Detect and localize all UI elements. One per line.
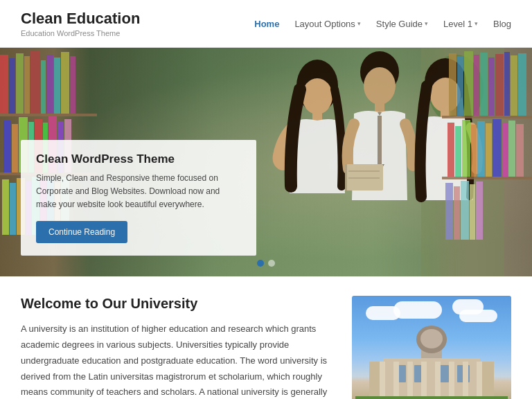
svg-rect-87 (435, 362, 441, 399)
svg-rect-53 (495, 54, 504, 116)
svg-rect-2 (16, 53, 24, 114)
logo-area: Clean Education Education WordPress Them… (21, 10, 140, 37)
svg-rect-73 (476, 181, 483, 240)
svg-rect-57 (442, 116, 532, 118)
svg-rect-64 (493, 119, 502, 177)
svg-rect-55 (511, 55, 517, 116)
svg-rect-21 (2, 179, 9, 235)
svg-rect-88 (449, 362, 454, 399)
nav-style-guide[interactable]: Style Guide ▾ (376, 19, 428, 29)
svg-rect-83 (380, 362, 385, 399)
svg-rect-0 (0, 55, 8, 114)
svg-rect-1 (9, 58, 15, 114)
svg-point-76 (420, 329, 443, 348)
svg-rect-7 (54, 57, 60, 114)
slider-dot-1[interactable] (257, 260, 264, 267)
svg-point-34 (302, 78, 332, 114)
svg-rect-49 (464, 51, 473, 116)
svg-rect-50 (474, 55, 479, 116)
svg-rect-3 (24, 56, 30, 114)
svg-rect-63 (486, 123, 492, 177)
cloud-4 (452, 299, 484, 314)
university-image (352, 296, 511, 399)
site-title: Clean Education (21, 10, 140, 28)
svg-rect-60 (462, 120, 470, 177)
svg-rect-54 (504, 52, 510, 116)
nav-layout-options[interactable]: Layout Options ▾ (294, 19, 360, 29)
main-content: Welcome to Our University A university i… (0, 276, 532, 399)
hero-content-box: Clean WordPress Theme Simple, Clean and … (21, 140, 256, 256)
slider-dot-2[interactable] (268, 260, 275, 267)
slider-dots (257, 260, 275, 267)
svg-rect-71 (461, 181, 469, 240)
continue-reading-button[interactable]: Continue Reading (36, 221, 127, 243)
svg-rect-6 (46, 55, 53, 114)
svg-rect-8 (61, 52, 69, 114)
svg-rect-56 (518, 53, 526, 116)
svg-rect-65 (502, 123, 508, 177)
svg-rect-40 (345, 164, 383, 190)
svg-point-37 (364, 67, 396, 105)
svg-rect-9 (70, 56, 76, 114)
svg-rect-89 (463, 362, 468, 399)
nav-level1[interactable]: Level 1 ▾ (443, 19, 478, 29)
svg-rect-72 (470, 184, 475, 240)
svg-rect-10 (0, 114, 97, 116)
svg-rect-52 (488, 57, 495, 116)
nav-home[interactable]: Home (254, 19, 279, 29)
svg-rect-66 (508, 121, 515, 177)
hero-description: Simple, Clean and Responsive theme focus… (36, 172, 241, 212)
nav-blog[interactable]: Blog (493, 19, 511, 29)
building-svg (355, 320, 508, 399)
svg-rect-12 (12, 124, 18, 172)
svg-rect-70 (454, 186, 460, 240)
svg-rect-84 (393, 362, 399, 399)
content-left: Welcome to Our University A university i… (21, 296, 331, 399)
svg-rect-85 (407, 362, 413, 399)
main-nav: Home Layout Options ▾ Style Guide ▾ Leve… (254, 19, 511, 29)
books-right-svg (442, 48, 532, 276)
svg-rect-67 (516, 124, 524, 177)
svg-rect-62 (477, 121, 485, 177)
content-right (352, 296, 511, 399)
svg-rect-69 (445, 183, 453, 240)
svg-rect-11 (3, 121, 11, 172)
site-subtitle: Education WordPress Theme (21, 29, 140, 37)
chevron-down-icon: ▾ (475, 20, 478, 27)
chevron-down-icon: ▾ (425, 20, 428, 27)
svg-rect-51 (480, 53, 488, 116)
svg-rect-4 (30, 51, 40, 114)
svg-rect-61 (471, 125, 477, 177)
svg-rect-22 (10, 183, 16, 235)
section-text: A university is an institution of higher… (21, 321, 331, 399)
svg-rect-86 (421, 362, 427, 399)
svg-rect-93 (355, 396, 508, 399)
header: Clean Education Education WordPress Them… (0, 0, 532, 48)
svg-rect-59 (455, 126, 461, 177)
svg-rect-41 (345, 164, 347, 190)
cloud-2 (393, 301, 442, 319)
svg-rect-48 (457, 56, 463, 116)
svg-rect-68 (442, 177, 532, 179)
svg-rect-39 (378, 116, 382, 164)
svg-rect-58 (447, 123, 454, 177)
chevron-down-icon: ▾ (357, 20, 361, 27)
svg-rect-5 (41, 60, 46, 114)
hero-section: Clean WordPress Theme Simple, Clean and … (0, 48, 532, 276)
svg-rect-90 (477, 362, 482, 399)
hero-title: Clean WordPress Theme (36, 152, 241, 166)
svg-rect-47 (449, 53, 456, 116)
section-title: Welcome to Our University (21, 296, 331, 312)
